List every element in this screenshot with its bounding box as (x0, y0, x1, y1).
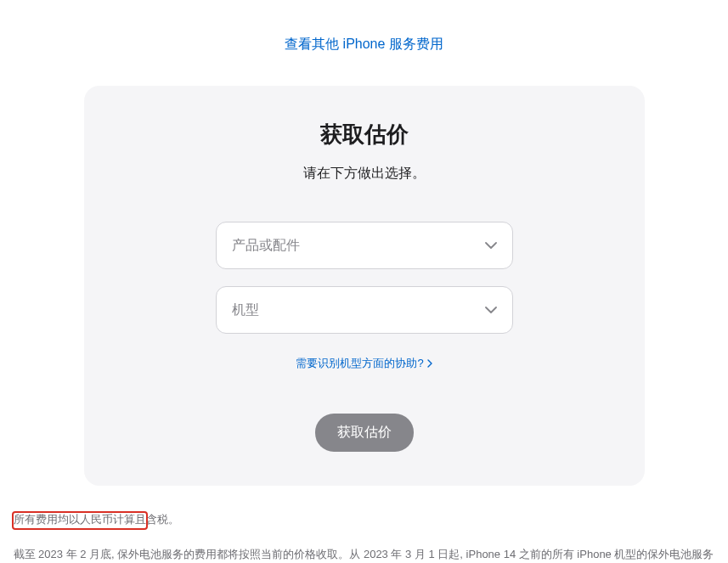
product-select-placeholder: 产品或配件 (232, 237, 300, 255)
help-link-label: 需要识别机型方面的协助? (296, 356, 423, 371)
model-select-placeholder: 机型 (232, 301, 259, 319)
footnote-price-change: 截至 2023 年 2 月底, 保外电池服务的费用都将按照当前的价格收取。从 2… (14, 544, 715, 563)
chevron-down-icon (485, 307, 497, 313)
chevron-right-icon (427, 359, 432, 368)
card-title: 获取估价 (84, 120, 645, 149)
chevron-down-icon (485, 242, 497, 249)
get-estimate-button[interactable]: 获取估价 (315, 414, 414, 452)
card-subtitle: 请在下方做出选择。 (84, 165, 645, 183)
identify-model-help-link[interactable]: 需要识别机型方面的协助? (296, 356, 432, 371)
product-select-wrap: 产品或配件 (216, 222, 513, 269)
model-select[interactable]: 机型 (216, 286, 513, 334)
model-select-wrap: 机型 (216, 286, 513, 334)
footnote-section: 所有费用均以人民币计算且含税。 截至 2023 年 2 月底, 保外电池服务的费… (12, 510, 717, 563)
other-services-link[interactable]: 查看其他 iPhone 服务费用 (285, 37, 443, 51)
estimate-card: 获取估价 请在下方做出选择。 产品或配件 机型 需要识别机型方面的协助? 获取估… (84, 86, 645, 486)
product-select[interactable]: 产品或配件 (216, 222, 513, 269)
other-services-link-container: 查看其他 iPhone 服务费用 (0, 0, 728, 53)
footnote-tax: 所有费用均以人民币计算且含税。 (14, 510, 715, 529)
